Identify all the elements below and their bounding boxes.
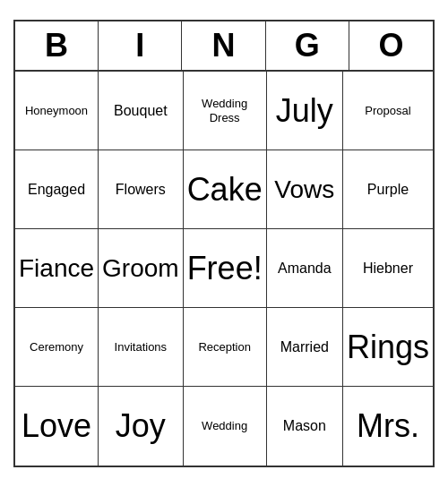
cell-text: Groom: [102, 253, 179, 284]
cell-text: Rings: [347, 328, 429, 366]
bingo-cell: Mason: [267, 387, 343, 466]
bingo-cell: Free!: [184, 229, 267, 308]
cell-text: WeddingDress: [202, 97, 247, 124]
cell-text: July: [276, 91, 333, 130]
bingo-cell: Love: [15, 387, 99, 466]
bingo-cell: Mrs.: [343, 387, 433, 466]
bingo-cell: Flowers: [99, 150, 184, 229]
bingo-cell: Proposal: [343, 72, 433, 150]
bingo-cell: Vows: [267, 150, 343, 229]
header-letter: G: [266, 21, 349, 70]
cell-text: Mrs.: [357, 406, 419, 445]
bingo-cell: Reception: [184, 308, 267, 387]
bingo-cell: Amanda: [267, 229, 343, 308]
bingo-cell: WeddingDress: [184, 72, 267, 150]
bingo-cell: Cake: [184, 150, 267, 229]
header-letter: N: [182, 21, 265, 70]
bingo-cell: Joy: [99, 387, 184, 466]
bingo-cell: Invitations: [99, 308, 184, 387]
cell-text: Fiance: [19, 253, 94, 284]
bingo-cell: Engaged: [15, 150, 99, 229]
header-letter: I: [99, 21, 182, 70]
cell-text: Amanda: [278, 260, 332, 277]
cell-text: Love: [22, 406, 91, 445]
cell-text: Purple: [367, 181, 409, 198]
cell-text: Wedding: [202, 419, 247, 433]
cell-text: Bouquet: [114, 102, 168, 119]
bingo-cell: Honeymoon: [15, 72, 99, 150]
cell-text: Cake: [187, 170, 263, 209]
bingo-cell: Hiebner: [343, 229, 433, 308]
cell-text: Ceremony: [30, 340, 83, 355]
cell-text: Reception: [198, 340, 251, 355]
bingo-grid: HoneymoonBouquetWeddingDressJulyProposal…: [15, 72, 433, 466]
bingo-cell: Bouquet: [99, 72, 184, 150]
bingo-cell: Fiance: [15, 229, 99, 308]
bingo-cell: Married: [267, 308, 343, 387]
cell-text: Married: [280, 338, 329, 355]
cell-text: Honeymoon: [25, 104, 88, 118]
bingo-cell: Rings: [343, 308, 433, 387]
bingo-cell: July: [267, 72, 343, 150]
cell-text: Mason: [283, 417, 326, 434]
cell-text: Engaged: [28, 181, 85, 198]
bingo-cell: Wedding: [184, 387, 267, 466]
cell-text: Joy: [116, 406, 166, 445]
header-letter: O: [349, 21, 433, 70]
bingo-header: BINGO: [15, 21, 433, 72]
cell-text: Vows: [274, 175, 334, 205]
header-letter: B: [15, 21, 99, 70]
bingo-cell: Purple: [343, 150, 433, 229]
cell-text: Proposal: [365, 104, 410, 118]
cell-text: Free!: [187, 249, 263, 287]
cell-text: Invitations: [115, 340, 168, 355]
cell-text: Hiebner: [363, 260, 413, 277]
cell-text: Flowers: [116, 181, 166, 198]
bingo-card: BINGO HoneymoonBouquetWeddingDressJulyPr…: [13, 20, 435, 467]
bingo-cell: Ceremony: [15, 308, 99, 387]
bingo-cell: Groom: [99, 229, 184, 308]
